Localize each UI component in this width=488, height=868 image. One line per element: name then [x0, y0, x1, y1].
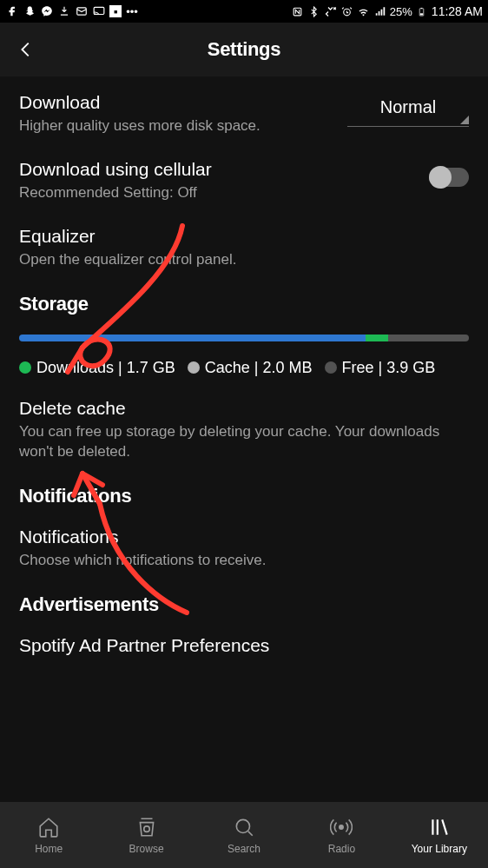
svg-rect-1 [94, 7, 104, 14]
storage-bar-used [19, 335, 366, 341]
delete-cache-subtitle: You can free up storage by deleting your… [19, 422, 458, 462]
app-header: Settings [0, 23, 488, 76]
radio-icon [329, 815, 353, 839]
storage-usage-bar [19, 335, 469, 341]
row-equalizer[interactable]: Equalizer Open the equalizer control pan… [19, 226, 469, 270]
nav-radio-label: Radio [328, 843, 355, 855]
legend-free-label: Free [342, 359, 374, 377]
legend-free-value: 3.9 GB [386, 359, 435, 377]
row-download-quality[interactable]: Download Higher quality uses more disk s… [19, 92, 469, 136]
legend-free: Free | 3.9 GB [325, 359, 436, 377]
download-quality-dropdown[interactable]: Normal [347, 92, 469, 127]
bottom-nav: Home Browse Search Radio Your Library [0, 802, 488, 868]
browse-icon [135, 815, 159, 839]
search-icon [232, 815, 256, 839]
nav-home-label: Home [35, 843, 63, 855]
row-delete-cache[interactable]: Delete cache You can free up storage by … [19, 398, 469, 462]
svg-point-11 [340, 825, 343, 829]
battery-percent-label: 25% [390, 5, 412, 18]
nav-library[interactable]: Your Library [391, 815, 488, 855]
row-ad-partner-prefs[interactable]: Spotify Ad Partner Preferences [19, 635, 469, 659]
android-status-bar: ■ ••• 25% 11:28 AM [0, 0, 488, 23]
dot-cache-icon [188, 361, 200, 374]
svg-point-10 [236, 819, 249, 832]
legend-downloads: Downloads | 1.7 GB [19, 359, 175, 377]
legend-cache-label: Cache [205, 359, 250, 377]
notifications-title: Notifications [19, 527, 458, 547]
ad-prefs-title: Spotify Ad Partner Preferences [19, 635, 458, 656]
legend-downloads-value: 1.7 GB [127, 359, 175, 377]
snapchat-icon [23, 4, 36, 18]
cellular-toggle[interactable] [429, 168, 469, 187]
cellular-subtitle: Recommended Setting: Off [19, 183, 419, 203]
svg-point-9 [143, 826, 149, 832]
nav-search[interactable]: Search [195, 815, 293, 855]
cast-icon [92, 4, 106, 18]
section-advertisements: Advertisements [19, 593, 469, 616]
outlook-icon [75, 4, 89, 18]
delete-cache-title: Delete cache [19, 398, 458, 419]
equalizer-subtitle: Open the equalizer control panel. [19, 250, 458, 270]
vibrate-icon [324, 4, 338, 18]
back-button[interactable] [9, 32, 43, 67]
facebook-icon [5, 4, 19, 18]
nav-browse-label: Browse [129, 843, 164, 855]
nav-browse[interactable]: Browse [97, 815, 195, 855]
home-icon [36, 815, 61, 839]
download-notif-icon [57, 4, 71, 18]
nav-search-label: Search [228, 843, 260, 855]
row-notifications[interactable]: Notifications Choose which notifications… [19, 527, 469, 571]
alarm-icon [340, 4, 354, 18]
svg-rect-7 [421, 7, 423, 8]
svg-rect-8 [420, 13, 423, 15]
signal-icon [373, 4, 387, 18]
messenger-icon [40, 4, 54, 18]
legend-cache: Cache | 2.0 MB [188, 359, 313, 377]
wifi-icon [357, 4, 371, 18]
nav-radio[interactable]: Radio [293, 815, 390, 855]
settings-content: Download Higher quality uses more disk s… [0, 76, 488, 659]
library-icon [427, 815, 452, 839]
status-right-icons: 25% 11:28 AM [291, 4, 483, 18]
download-quality-subtitle: Higher quality uses more disk space. [19, 116, 337, 136]
section-notifications: Notifications [19, 485, 469, 507]
dot-downloads-icon [19, 361, 31, 374]
page-title: Settings [208, 38, 280, 61]
storage-bar-free [388, 335, 469, 341]
download-quality-title: Download [19, 92, 337, 113]
battery-icon [415, 4, 429, 18]
clock-label: 11:28 AM [432, 4, 483, 18]
more-notif-icon: ••• [125, 4, 139, 18]
bluetooth-icon [307, 4, 321, 18]
storage-legend: Downloads | 1.7 GB Cache | 2.0 MB Free |… [19, 359, 469, 377]
dot-free-icon [325, 361, 337, 374]
cellular-title: Download using cellular [19, 159, 419, 180]
equalizer-title: Equalizer [19, 226, 458, 247]
app-notif-icon: ■ [109, 5, 122, 17]
nfc-icon [291, 4, 305, 18]
notifications-subtitle: Choose which notifications to receive. [19, 551, 458, 571]
storage-bar-downloads [366, 335, 388, 341]
legend-downloads-label: Downloads [36, 359, 114, 377]
status-left-icons: ■ ••• [5, 4, 139, 18]
nav-home[interactable]: Home [0, 815, 97, 855]
section-storage: Storage [19, 293, 469, 315]
nav-library-label: Your Library [412, 843, 467, 855]
row-download-cellular[interactable]: Download using cellular Recommended Sett… [19, 159, 469, 203]
legend-cache-value: 2.0 MB [263, 359, 313, 377]
